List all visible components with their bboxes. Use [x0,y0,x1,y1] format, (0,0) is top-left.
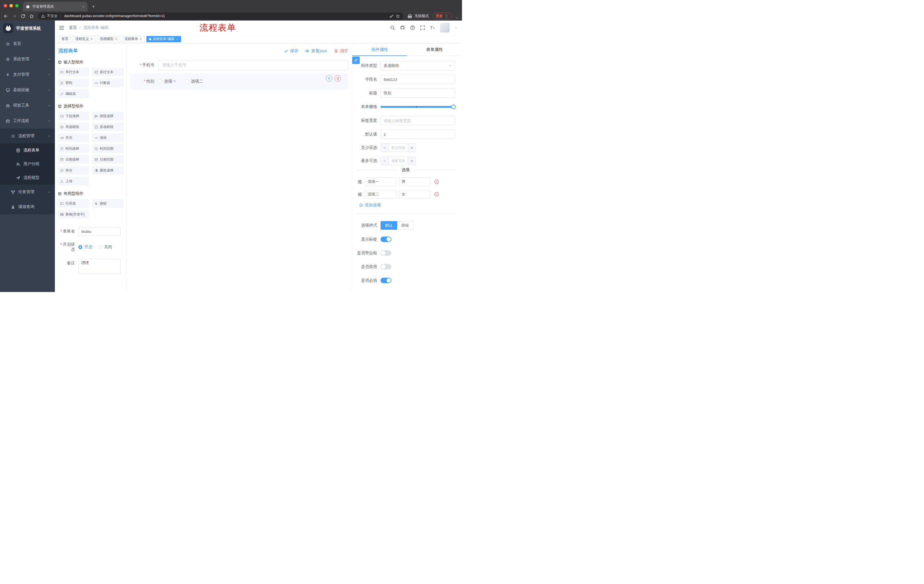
gender-option-1[interactable]: 选项一 [158,79,176,84]
tab-component-props[interactable]: 组件属性 [352,43,407,56]
tab-close-icon[interactable] [82,5,85,8]
hamburger-icon[interactable] [59,25,64,31]
remove-option-icon[interactable] [434,179,439,184]
option-label-input[interactable] [365,190,396,199]
sidebar-item-leave-query[interactable]: 请假查询 [0,199,55,214]
palette-item-editor[interactable]: 编辑器 [58,89,89,98]
fullscreen-icon[interactable] [420,25,425,30]
border-toggle[interactable] [381,250,391,256]
default-value-input[interactable] [381,130,455,139]
palette-item-single-text[interactable]: 单行文本 [58,68,89,76]
phone-input[interactable]: 请输入手机号 [158,60,348,70]
sidebar-item-process-form[interactable]: 流程表单 [0,143,55,157]
tag-process-form-edit[interactable]: 流程表单-编辑 [146,36,181,42]
palette-item-multi-text[interactable]: 多行文本 [92,68,124,76]
sidebar-item-workflow[interactable]: 工作流程 [0,113,55,128]
window-close-button[interactable] [4,4,7,7]
sidebar-item-home[interactable]: 首页 [0,36,55,51]
sidebar-item-process-model[interactable]: 流程模型 [0,171,55,184]
palette-item-table[interactable]: 表格[开发中] [58,210,89,219]
window-minimize-button[interactable] [10,4,13,7]
browser-menu-icon[interactable] [445,14,449,18]
bookmark-star-icon[interactable] [396,14,400,18]
min-select-value[interactable]: 至少应选 [389,144,408,152]
drag-handle-icon[interactable] [357,192,362,197]
palette-item-time-range[interactable]: 时间范围 [92,144,124,153]
slider-track[interactable] [381,106,455,108]
browser-home-icon[interactable] [29,14,34,18]
disabled-toggle[interactable] [381,264,391,270]
window-zoom-button[interactable] [15,4,18,7]
decrease-button[interactable]: − [381,144,389,152]
avatar[interactable] [440,23,450,33]
field-name-input[interactable] [381,75,455,84]
palette-item-counter[interactable]: 计数器 [92,79,124,87]
update-button[interactable]: 更新 [432,13,452,20]
increase-button[interactable]: + [408,144,416,152]
tag-process-definition[interactable]: 流程定义 [73,36,96,42]
link-button[interactable] [352,57,360,64]
close-icon[interactable] [90,38,93,40]
not-secure-icon[interactable] [41,14,45,18]
palette-item-row-container[interactable]: 行容器 [58,199,89,208]
max-select-value[interactable]: 最多可选 [389,157,408,165]
style-button-button[interactable]: 按钮 [397,221,413,230]
tag-home[interactable]: 首页 [59,36,71,42]
sidebar-item-user-group[interactable]: 用户分组 [0,157,55,171]
address-bar[interactable]: 不安全 dashboard.yudao.iocoder.cn/bpm/manag… [38,13,403,20]
sidebar-item-process-mgmt[interactable]: 流程管理 [0,128,55,143]
reload-icon[interactable] [21,14,25,18]
status-radio-on[interactable]: 开启 [78,245,92,250]
sidebar-item-payment[interactable]: 支付管理 [0,67,55,82]
new-tab-button[interactable] [92,5,95,8]
show-label-toggle[interactable] [381,237,391,242]
style-default-button[interactable]: 默认 [381,221,397,230]
increase-button[interactable]: + [408,157,416,165]
sidebar-item-infra[interactable]: 基础设施 [0,82,55,98]
title-input[interactable] [381,89,455,98]
browser-tab[interactable]: 芋道管理系统 [23,2,87,12]
option-value-input[interactable] [399,190,430,199]
palette-item-select[interactable]: 下拉选择 [58,112,89,120]
sidebar-item-devtools[interactable]: 研发工具 [0,98,55,113]
form-name-input[interactable] [78,227,120,236]
status-radio-off[interactable]: 关闭 [98,245,112,250]
canvas-field-phone[interactable]: 手机号 请输入手机号 [130,60,348,70]
search-icon[interactable] [390,25,395,30]
palette-item-color-picker[interactable]: 颜色选择 [92,166,124,174]
tag-process-form[interactable]: 流程表单 [122,36,145,42]
password-key-icon[interactable] [389,14,394,18]
back-icon[interactable] [3,14,8,18]
palette-item-switch[interactable]: 开关 [58,133,89,142]
checkbox-box[interactable] [158,79,162,84]
app-logo[interactable]: 芋道管理系统 [0,21,55,36]
close-icon[interactable] [115,38,117,40]
palette-item-cascader[interactable]: 级联选择 [92,112,124,120]
palette-item-checkbox-group[interactable]: 多选框组 [92,123,124,131]
palette-item-upload[interactable]: 上传 [58,177,89,186]
palette-item-button[interactable]: 按钮 [92,199,124,208]
gender-option-2[interactable]: 选项二 [185,79,203,84]
decrease-button[interactable]: − [381,157,389,165]
palette-item-time-picker[interactable]: 时间选择 [58,144,89,153]
add-option-button[interactable]: 添加选项 [359,202,455,208]
drag-handle-icon[interactable] [357,179,362,184]
palette-item-rate[interactable]: 评分 [58,166,89,174]
close-icon[interactable] [176,38,178,40]
canvas-field-gender-selected[interactable]: 性别 选项一 选项二 [130,73,348,90]
chevron-down-icon[interactable] [455,16,459,20]
palette-item-date-range[interactable]: 日期范围 [92,155,124,164]
palette-item-password[interactable]: 密码 [58,79,89,87]
checkbox-box[interactable] [185,79,189,84]
chevron-down-icon[interactable] [455,26,457,29]
github-icon[interactable] [400,25,405,30]
palette-item-slider[interactable]: 滑块 [92,133,124,142]
form-grid-slider[interactable] [381,102,455,112]
form-remark-textarea[interactable]: 嘿嘿 [78,258,120,274]
view-json-button[interactable]: 查看json [305,48,327,54]
label-width-input[interactable] [381,116,455,125]
save-button[interactable]: 保存 [284,48,298,54]
delete-component-button[interactable] [335,75,341,81]
palette-item-radio-group[interactable]: 单选框组 [58,123,89,131]
close-icon[interactable] [140,38,142,40]
